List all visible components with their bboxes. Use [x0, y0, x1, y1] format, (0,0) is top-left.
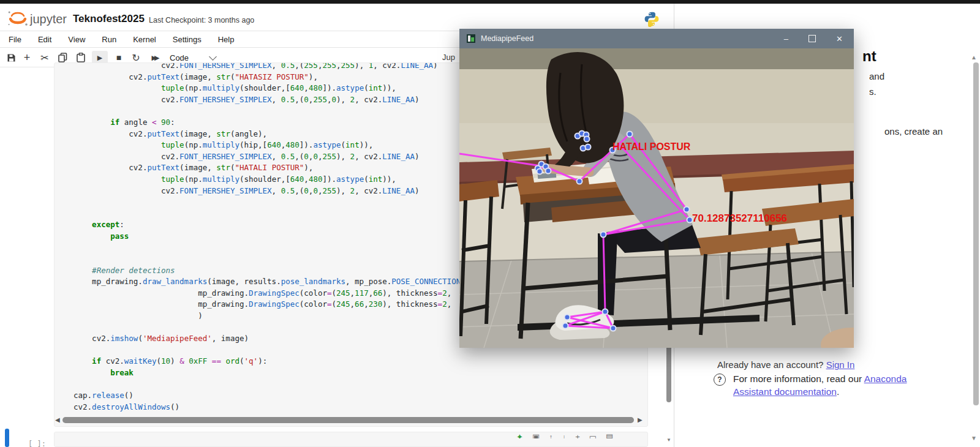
cut-button[interactable]: ✂ — [38, 48, 51, 67]
restart-icon: ↻ — [132, 52, 140, 64]
panel-text-fragment: and — [869, 71, 884, 81]
cell-action-icon[interactable]: ↓ — [562, 432, 567, 438]
cell-action-icon[interactable]: ▣ — [532, 432, 540, 438]
horizontal-scrollbar[interactable] — [62, 417, 634, 423]
panel-heading-fragment: nt — [862, 48, 876, 65]
menu-run[interactable]: Run — [102, 35, 116, 44]
help-icon: ? — [714, 374, 726, 386]
python-logo-icon — [644, 11, 660, 27]
webcam-feed-scene: HATALI POSTUR70.12873527110656 — [459, 48, 854, 348]
save-button[interactable] — [5, 48, 17, 67]
info-suffix: . — [837, 386, 839, 397]
jupyterlab-app: jupyter Teknofest2025 Last Checkpoint: 3… — [0, 0, 980, 447]
notebook-title[interactable]: Teknofest2025 — [73, 13, 145, 25]
cell-action-icon[interactable]: ✦ — [516, 432, 523, 438]
window-close-icon[interactable]: ✕ — [836, 35, 843, 43]
cell-action-icon[interactable]: + — [575, 432, 580, 438]
scene-floor — [459, 252, 854, 348]
add-icon: + — [24, 51, 31, 64]
sign-in-link[interactable]: Sign In — [826, 359, 855, 370]
run-icon: ▶ — [97, 54, 102, 62]
menu-help[interactable]: Help — [218, 35, 235, 44]
menu-settings[interactable]: Settings — [173, 35, 202, 44]
window-app-icon — [467, 34, 475, 43]
cell-toolbar: ✦▣↑↓+▭▤ — [516, 432, 613, 438]
cell-action-icon[interactable]: ▭ — [589, 432, 597, 438]
paste-icon — [77, 53, 85, 62]
stop-icon: ■ — [116, 53, 121, 62]
hscroll-right-arrow[interactable]: ▶ — [638, 416, 643, 423]
cell-action-icon[interactable]: ↑ — [549, 432, 553, 438]
panel-scroll-up-arrow[interactable]: ▲ — [971, 54, 977, 61]
active-cell-indicator — [5, 429, 9, 447]
add-cell-button[interactable]: + — [21, 48, 33, 67]
info-text: For more information, read our Anaconda … — [733, 372, 943, 398]
run-all-icon: ▶▶ — [152, 54, 157, 62]
maximize-icon[interactable] — [809, 35, 816, 42]
menu-view[interactable]: View — [68, 35, 85, 44]
save-icon — [7, 53, 16, 62]
account-prompt: Already have an account? — [717, 359, 826, 370]
cell-type-value: Code — [170, 53, 189, 62]
cell-action-icon[interactable]: ▤ — [606, 432, 613, 438]
panel-vertical-scrollbar[interactable] — [973, 62, 979, 405]
jupyter-logo-text: jupyter — [29, 12, 67, 26]
checkpoint-status: Last Checkpoint: 3 months ago — [149, 16, 254, 24]
hscroll-left-arrow[interactable]: ◀ — [55, 416, 60, 423]
cell-prompt: [ ]: — [28, 440, 46, 447]
window-titlebar[interactable]: MediapipeFeed – ✕ — [459, 29, 854, 48]
copy-icon — [58, 53, 67, 62]
angle-value-text: 70.12873527110656 — [692, 212, 787, 224]
menu-kernel[interactable]: Kernel — [133, 35, 156, 44]
kernel-indicator: Jup — [442, 53, 455, 62]
window-title: MediapipeFeed — [481, 34, 784, 43]
account-line: Already have an account? Sign In — [717, 359, 854, 370]
cut-icon: ✂ — [40, 52, 48, 64]
menu-file[interactable]: File — [9, 35, 21, 44]
panel-text-fragment: s. — [869, 86, 876, 97]
jupyter-logo-icon: jupyter — [7, 9, 70, 28]
scene-ceiling — [459, 48, 854, 70]
info-row: ? For more information, read our Anacond… — [714, 372, 943, 398]
minimize-icon[interactable]: – — [784, 35, 788, 43]
panel-text-fragment: ons, create an — [884, 126, 943, 137]
panel-scroll-down-arrow[interactable]: ▼ — [971, 435, 977, 441]
vscroll-down-arrow[interactable]: ▼ — [666, 437, 671, 443]
menu-edit[interactable]: Edit — [38, 35, 51, 44]
mediapipe-feed-window[interactable]: MediapipeFeed – ✕ — [459, 29, 854, 348]
posture-warning-text: HATALI POSTUR — [612, 141, 691, 152]
info-prefix: For more information, read our — [733, 374, 864, 384]
